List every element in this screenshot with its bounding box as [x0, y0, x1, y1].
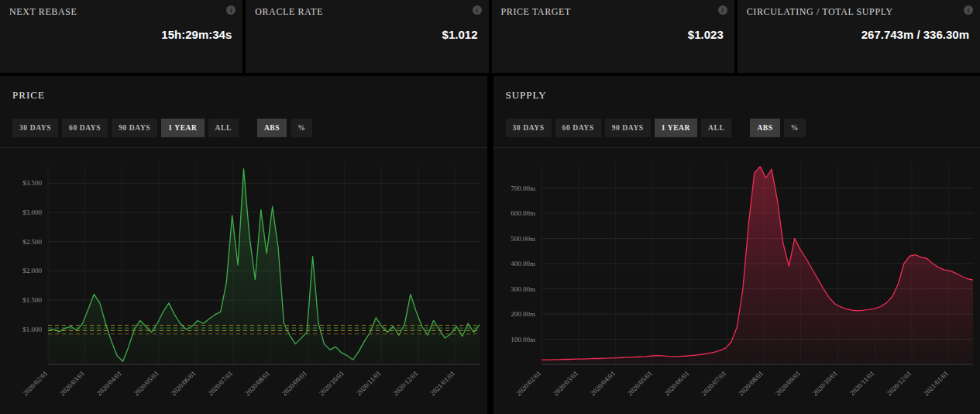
svg-text:2020/12/01: 2020/12/01 [391, 369, 419, 397]
svg-text:$1.500: $1.500 [22, 296, 42, 304]
svg-text:2020/03/01: 2020/03/01 [552, 369, 579, 397]
svg-text:2020/04/01: 2020/04/01 [95, 369, 123, 397]
svg-text:2020/06/01: 2020/06/01 [170, 369, 198, 397]
svg-text:600.00m: 600.00m [511, 209, 535, 217]
card-circulating-total-supply: CIRCULATING / TOTAL SUPPLY i 267.743m / … [738, 0, 980, 73]
card-price-target: PRICE TARGET i $1.023 [492, 0, 734, 73]
svg-text:2020/11/01: 2020/11/01 [848, 369, 875, 397]
svg-text:2021/01/01: 2021/01/01 [922, 369, 950, 397]
svg-text:300.00m: 300.00m [511, 285, 535, 293]
card-oracle-rate-value: $1.012 [442, 28, 478, 41]
price-chart[interactable]: 2020/02/012020/03/012020/04/012020/05/01… [0, 154, 487, 412]
card-next-rebase: NEXT REBASE i 15h:29m:34s [0, 0, 242, 73]
filter-60-days[interactable]: 60 DAYS [555, 119, 601, 137]
filter-abs[interactable]: ABS [750, 119, 779, 137]
card-price-target-value: $1.023 [688, 28, 724, 41]
svg-text:$3.000: $3.000 [22, 209, 42, 216]
svg-text:$2.000: $2.000 [22, 267, 42, 274]
svg-text:2020/10/01: 2020/10/01 [318, 369, 346, 397]
svg-text:2020/02/01: 2020/02/01 [514, 369, 542, 397]
svg-text:2020/09/01: 2020/09/01 [280, 369, 308, 397]
supply-panel-title: SUPPLY [493, 76, 980, 102]
svg-text:200.00m: 200.00m [511, 310, 535, 318]
svg-text:2020/05/01: 2020/05/01 [132, 369, 160, 397]
price-panel-title: PRICE [0, 76, 487, 102]
filter-1-year[interactable]: 1 YEAR [161, 119, 204, 137]
filter-60-days[interactable]: 60 DAYS [62, 119, 108, 137]
filter-1-year[interactable]: 1 YEAR [655, 119, 697, 137]
svg-text:2021/01/01: 2021/01/01 [428, 369, 456, 397]
price-panel: PRICE 30 DAYS60 DAYS90 DAYS1 YEARALLABS%… [0, 76, 487, 414]
svg-text:2020/06/01: 2020/06/01 [662, 369, 690, 397]
filter-all[interactable]: ALL [208, 119, 239, 137]
svg-text:$3.500: $3.500 [22, 179, 42, 187]
filter-percent[interactable]: % [291, 119, 312, 137]
card-circulating-total-supply-value: 267.743m / 336.30m [861, 28, 969, 41]
svg-text:400.00m: 400.00m [511, 260, 535, 267]
svg-text:2020/05/01: 2020/05/01 [625, 369, 653, 397]
svg-text:$1.000: $1.000 [22, 326, 42, 333]
svg-text:2020/08/01: 2020/08/01 [243, 369, 271, 397]
supply-panel: SUPPLY 30 DAYS60 DAYS90 DAYS1 YEARALLABS… [493, 76, 980, 414]
svg-text:700.00m: 700.00m [511, 185, 535, 192]
svg-text:2020/04/01: 2020/04/01 [588, 369, 616, 397]
filter-all[interactable]: ALL [701, 119, 731, 137]
svg-text:2020/10/01: 2020/10/01 [810, 369, 838, 397]
card-price-target-label: PRICE TARGET [501, 6, 725, 18]
card-next-rebase-label: NEXT REBASE [9, 6, 233, 18]
filter-90-days[interactable]: 90 DAYS [605, 119, 651, 137]
svg-text:2020/09/01: 2020/09/01 [773, 369, 801, 397]
supply-chart[interactable]: 2020/02/012020/03/012020/04/012020/05/01… [493, 154, 980, 412]
svg-text:2020/11/01: 2020/11/01 [355, 369, 383, 397]
info-icon[interactable]: i [718, 5, 727, 15]
svg-text:2020/12/01: 2020/12/01 [885, 369, 913, 397]
card-oracle-rate: ORACLE RATE i $1.012 [246, 0, 488, 73]
filter-abs[interactable]: ABS [257, 119, 287, 137]
card-circulating-total-supply-label: CIRCULATING / TOTAL SUPPLY [747, 6, 971, 18]
info-icon[interactable]: i [226, 5, 236, 15]
svg-text:2020/03/01: 2020/03/01 [58, 369, 86, 397]
svg-text:500.00m: 500.00m [511, 235, 535, 243]
card-oracle-rate-label: ORACLE RATE [255, 6, 479, 18]
svg-text:100.00m: 100.00m [511, 336, 535, 343]
svg-text:2020/08/01: 2020/08/01 [737, 369, 765, 397]
filter-30-days[interactable]: 30 DAYS [506, 119, 552, 137]
svg-text:2020/07/01: 2020/07/01 [700, 369, 727, 397]
supply-panel-toolbar: 30 DAYS60 DAYS90 DAYS1 YEARALLABS% [493, 119, 980, 148]
svg-text:2020/07/01: 2020/07/01 [206, 369, 234, 397]
info-icon[interactable]: i [473, 5, 482, 15]
svg-text:2020/02/01: 2020/02/01 [21, 369, 49, 397]
info-icon[interactable]: i [964, 5, 973, 15]
filter-percent[interactable]: % [784, 119, 806, 137]
stat-cards: NEXT REBASE i 15h:29m:34s ORACLE RATE i … [0, 0, 980, 73]
filter-30-days[interactable]: 30 DAYS [12, 119, 58, 137]
filter-90-days[interactable]: 90 DAYS [112, 119, 157, 137]
svg-text:$2.500: $2.500 [22, 238, 42, 246]
card-next-rebase-value: 15h:29m:34s [161, 28, 232, 41]
price-panel-toolbar: 30 DAYS60 DAYS90 DAYS1 YEARALLABS% [0, 119, 487, 148]
chart-panels: PRICE 30 DAYS60 DAYS90 DAYS1 YEARALLABS%… [0, 76, 980, 414]
